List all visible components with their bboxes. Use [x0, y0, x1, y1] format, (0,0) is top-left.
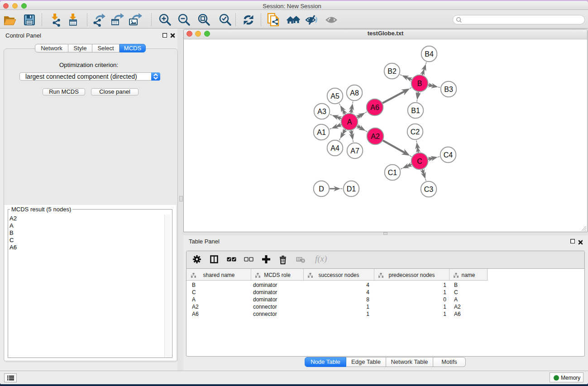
svg-text:A: A [347, 118, 352, 126]
svg-text:A6: A6 [370, 104, 379, 111]
svg-text:C2: C2 [411, 128, 420, 136]
svg-text:D: D [319, 185, 324, 193]
svg-text:A3: A3 [317, 108, 326, 115]
svg-text:B3: B3 [444, 86, 453, 93]
svg-text:A4: A4 [330, 144, 339, 152]
svg-text:A2: A2 [371, 133, 380, 140]
svg-text:A8: A8 [350, 89, 359, 97]
svg-text:A1: A1 [317, 129, 326, 136]
svg-text:C: C [417, 157, 422, 165]
svg-text:C3: C3 [424, 186, 434, 193]
svg-text:A5: A5 [330, 92, 339, 100]
svg-text:C1: C1 [388, 169, 397, 176]
svg-text:B: B [417, 80, 422, 87]
svg-text:D1: D1 [347, 185, 356, 193]
svg-text:B1: B1 [411, 107, 420, 114]
svg-text:B2: B2 [387, 67, 397, 75]
svg-text:C4: C4 [444, 151, 453, 159]
svg-text:A7: A7 [350, 147, 359, 155]
svg-text:B4: B4 [425, 50, 434, 58]
